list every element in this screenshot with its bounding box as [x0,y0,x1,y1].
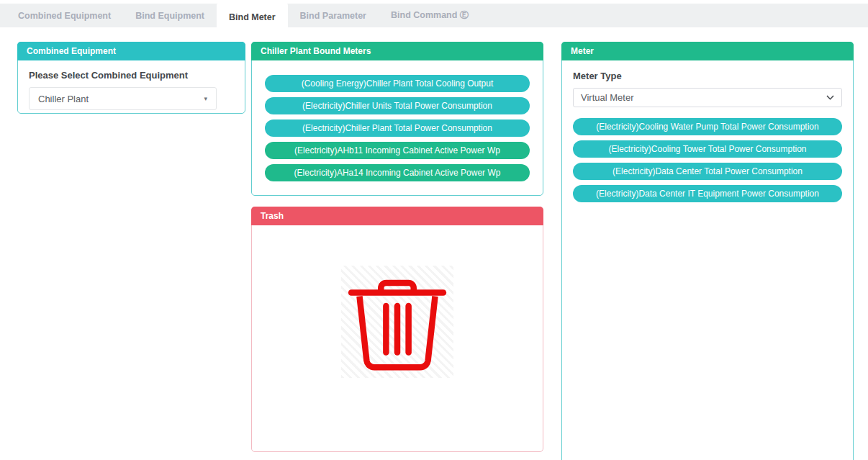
meter-panel: Meter Meter Type Virtual Meter (Electric… [561,42,854,460]
combined-equipment-select[interactable]: Chiller Plant ▾ [29,87,217,110]
trash-panel-body [252,225,543,451]
tab-bar: Combined EquipmentBind EquipmentBind Met… [0,4,868,27]
meter-pill-electricity-data-center-total-power-consumption[interactable]: (Electricity)Data Center Total Power Con… [573,163,842,180]
bound-meters-list: (Cooling Energy)Chiller Plant Total Cool… [252,60,543,181]
tab-combined-equipment[interactable]: Combined Equipment [6,4,123,27]
caret-down-icon: ▾ [204,96,207,102]
meter-panel-title: Meter [561,42,854,60]
bound-meter-pill-electricity-aha14-incoming-cabinet-active-power-[interactable]: (Electricity)AHa14 Incoming Cabinet Acti… [265,164,530,181]
trash-drop-area[interactable] [341,266,453,378]
bound-meter-pill-electricity-chiller-plant-total-power-consumptio[interactable]: (Electricity)Chiller Plant Total Power C… [265,119,530,137]
chevron-down-icon [826,95,834,100]
combined-equipment-select-label: Please Select Combined Equipment [29,70,234,81]
combined-equipment-panel-title: Combined Equipment [17,42,245,60]
meter-list: (Electricity)Cooling Water Pump Total Po… [573,118,842,202]
trash-panel-title: Trash [251,207,543,225]
tab-bind-parameter[interactable]: Bind Parameter [288,4,379,27]
meter-pill-electricity-data-center-it-equipment-power-consu[interactable]: (Electricity)Data Center IT Equipment Po… [573,185,842,202]
meter-type-select[interactable]: Virtual Meter [573,88,842,107]
bound-meters-panel: Chiller Plant Bound Meters (Cooling Ener… [251,42,543,196]
bound-meters-panel-title: Chiller Plant Bound Meters [251,42,543,60]
bound-meter-pill-cooling-energy-chiller-plant-total-cooling-outpu[interactable]: (Cooling Energy)Chiller Plant Total Cool… [265,75,530,92]
combined-equipment-select-value: Chiller Plant [38,94,89,104]
tab-bind-command[interactable]: Bind Command Ⓔ [379,4,481,27]
trash-panel: Trash [251,207,543,452]
tab-bind-meter[interactable]: Bind Meter [217,4,288,30]
bound-meter-pill-electricity-chiller-units-total-power-consumptio[interactable]: (Electricity)Chiller Units Total Power C… [265,97,530,114]
meter-type-select-value: Virtual Meter [581,92,633,103]
meter-pill-electricity-cooling-water-pump-total-power-consu[interactable]: (Electricity)Cooling Water Pump Total Po… [573,118,842,135]
meter-type-label: Meter Type [573,71,842,81]
combined-equipment-panel: Combined Equipment Please Select Combine… [17,42,245,114]
meter-panel-body: Meter Type Virtual Meter (Electricity)Co… [562,60,853,216]
trash-icon [346,271,448,373]
combined-equipment-panel-body: Please Select Combined Equipment Chiller… [18,60,245,118]
page: Combined EquipmentBind EquipmentBind Met… [0,0,868,460]
meter-pill-electricity-cooling-tower-total-power-consumptio[interactable]: (Electricity)Cooling Tower Total Power C… [573,140,842,158]
tab-bind-equipment[interactable]: Bind Equipment [123,4,217,27]
bound-meter-pill-electricity-ahb11-incoming-cabinet-active-power-[interactable]: (Electricity)AHb11 Incoming Cabinet Acti… [265,142,530,159]
